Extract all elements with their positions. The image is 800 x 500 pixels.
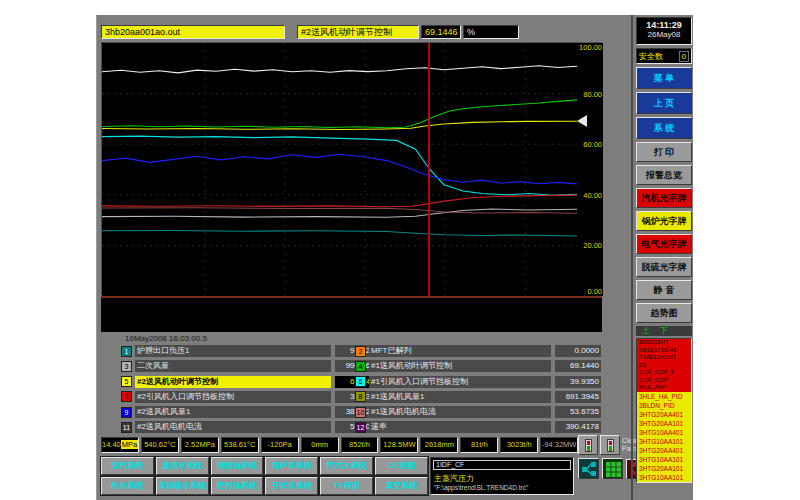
pen-name[interactable]: MFT已解列 xyxy=(369,345,551,357)
alarm-item-yellow[interactable]: 3HTG10AA101 xyxy=(637,473,691,482)
clock-date: 26May08 xyxy=(637,30,691,39)
nav-button[interactable]: 给水系统 xyxy=(101,477,154,495)
alarm-item-red[interactable]: T18E12ACHT xyxy=(637,354,691,362)
grid-table-icon[interactable] xyxy=(602,458,623,479)
paint-indicator-button-1[interactable] xyxy=(578,435,598,455)
safety-count: 0 xyxy=(679,51,689,62)
legend-row[interactable]: 6#1引风机入口调节挡板控制39.9350 xyxy=(355,376,601,388)
pen-color-box: 3 xyxy=(121,361,132,372)
sidebar-button[interactable]: 趋势图 xyxy=(636,303,692,323)
tag-id-field[interactable]: 1IDF_CF xyxy=(433,460,571,470)
sidebar-button[interactable]: 上 页 xyxy=(636,92,692,114)
trend-file-field[interactable]: 3hb20aa001ao.out xyxy=(101,25,285,39)
alarm-item-yellow[interactable]: 3HLE_HA_PID xyxy=(637,392,691,401)
nav-button[interactable]: 润滑油系统 xyxy=(211,457,264,475)
status-value: 2.52MPa xyxy=(181,437,219,453)
trend-chart[interactable]: 100.0080.0060.0040.0020.000.00 xyxy=(101,42,602,295)
sidebar: 14:11:29 26May08 安全数 0 菜 单上 页系 统打 印报警总览汽… xyxy=(631,15,694,500)
alarm-item-yellow[interactable]: 3BLDN_PID xyxy=(637,401,691,410)
nav-button[interactable]: 闭式水系统 xyxy=(320,457,373,475)
status-value: 852t/h xyxy=(341,437,379,453)
status-value: 2618mm xyxy=(420,437,458,453)
nav-button[interactable]: CC画面 xyxy=(375,457,428,475)
legend-row[interactable]: 1炉膛出口负压197.4292 xyxy=(121,345,381,357)
sidebar-button[interactable]: 锅炉光字牌 xyxy=(636,211,692,231)
pager-button[interactable]: 上 xyxy=(642,326,650,336)
legend-row[interactable]: 3二次风量990.0674 xyxy=(121,360,381,372)
sidebar-button[interactable]: 静 音 xyxy=(636,280,692,300)
pen-name[interactable]: #2送风机电机电流 xyxy=(135,421,331,433)
sidebar-button[interactable]: 汽机光字牌 xyxy=(636,188,692,208)
alarm-item-red[interactable]: D2 xyxy=(637,362,691,370)
legend-row[interactable]: 8#1送风机风量1691.3945 xyxy=(355,391,601,403)
alarm-item-red[interactable]: 1IDF_GZP_F xyxy=(637,369,691,377)
y-axis-label: 0.00 xyxy=(587,287,602,296)
legend-row[interactable]: 2MFT已解列0.0000 xyxy=(355,345,601,357)
network-icon[interactable] xyxy=(578,458,599,479)
status-unit: MPa xyxy=(121,440,138,449)
pen-name[interactable]: #2送风机风量1 xyxy=(135,406,331,418)
alarm-item-yellow[interactable]: 3HTG20AA401 xyxy=(637,446,691,455)
safety-label: 安全数 xyxy=(639,51,679,62)
pen-name[interactable]: #1送风机电机电流 xyxy=(369,406,551,418)
legend-row[interactable]: 10#1送风机电机电流53.6735 xyxy=(355,406,601,418)
y-axis-label: 20.00 xyxy=(583,241,602,250)
pen-name[interactable]: #1送风机动叶调节控制 xyxy=(369,360,551,372)
sidebar-button[interactable]: 电气光字牌 xyxy=(636,234,692,254)
sidebar-button[interactable]: 脱硫光字牌 xyxy=(636,257,692,277)
pen-name[interactable]: 二次风量 xyxy=(135,360,331,372)
pen-name[interactable]: 速率 xyxy=(369,421,551,433)
sidebar-button[interactable]: 报警总览 xyxy=(636,165,692,185)
alarm-item-yellow[interactable]: 3HTG20AA401 xyxy=(637,410,691,419)
legend-row[interactable]: 9#2送风机风量1382.3297 xyxy=(121,406,381,418)
nav-button[interactable]: 循环水系统 xyxy=(265,457,318,475)
status-value: 81t/h xyxy=(460,437,498,453)
traffic-indicator-icon xyxy=(607,439,614,452)
alarm-item-yellow[interactable]: 3HTG10AA101 xyxy=(637,437,691,446)
legend-row[interactable]: 4#1送风机动叶调节控制69.1440 xyxy=(355,360,601,372)
pen-name[interactable]: #1送风机风量1 xyxy=(369,391,551,403)
legend-row[interactable]: 12速率390.4178 xyxy=(355,421,601,433)
legend-row[interactable]: 7#2引风机入口调节挡板控制39.9358 xyxy=(121,391,381,403)
current-value-arrow-icon xyxy=(577,115,587,127)
trend-plot-area[interactable] xyxy=(102,43,577,296)
pen-name[interactable]: #2送风机动叶调节控制 xyxy=(135,376,331,388)
sidebar-button[interactable]: 打 印 xyxy=(636,142,692,162)
nav-button[interactable]: 凝结水系统 xyxy=(156,457,209,475)
paint-indicator-button-2[interactable] xyxy=(600,435,620,455)
legend-row[interactable]: 5#2送风机动叶调节控制69.1446 xyxy=(121,376,381,388)
alarm-item-red[interactable]: 1IDF_GZP xyxy=(637,377,691,385)
nav-button[interactable]: 抽汽系统 xyxy=(101,457,154,475)
clock: 14:11:29 26May08 xyxy=(636,17,692,45)
sidebar-button[interactable]: 系 统 xyxy=(636,117,692,139)
time-cursor-line[interactable] xyxy=(428,43,430,296)
alarm-item-red[interactable]: MLE_PAF xyxy=(637,384,691,392)
pen-value: 69.1440 xyxy=(555,360,601,372)
nav-button[interactable]: 开式水系统 xyxy=(265,477,318,495)
nav-button[interactable]: TV画面 xyxy=(320,477,373,495)
alarm-item-yellow[interactable]: 3HTG10AA101 xyxy=(637,455,691,464)
legend-row[interactable]: 11#2送风机电机电流53.6005 xyxy=(121,421,381,433)
traffic-indicator-icon xyxy=(585,439,592,452)
selected-pen-name[interactable]: #2送风机动叶调节控制 xyxy=(297,25,419,39)
sidebar-button[interactable]: 菜 单 xyxy=(636,67,692,89)
alarm-item-yellow[interactable]: 3HTG20AA101 xyxy=(637,464,691,473)
trend-line xyxy=(102,154,577,184)
alarm-item-red[interactable]: B09D18HT xyxy=(637,339,691,347)
alarm-item-yellow[interactable]: 3HTG10AA401 xyxy=(637,428,691,437)
alarm-item-red[interactable]: N01E175S.#1 xyxy=(637,347,691,355)
nav-button[interactable]: 密封油系统 xyxy=(211,477,264,495)
pen-name[interactable]: #1引风机入口调节挡板控制 xyxy=(369,376,551,388)
pager-button[interactable]: 下 xyxy=(660,326,668,336)
nav-button[interactable]: 真空系统 xyxy=(375,477,428,495)
pen-name[interactable]: 炉膛出口负压1 xyxy=(135,345,331,357)
nav-button[interactable]: 高加疏水系统 xyxy=(156,477,209,495)
pen-name[interactable]: #2引风机入口调节挡板控制 xyxy=(135,391,331,403)
status-value: -120Pa xyxy=(261,437,299,453)
trend-header: 3hb20aa001ao.out #2送风机动叶调节控制 69.1446 % xyxy=(101,25,601,42)
status-value: 0mm xyxy=(301,437,339,453)
pen-value: 390.4178 xyxy=(555,421,601,433)
alarm-item-yellow[interactable]: 3HTG20AA101 xyxy=(637,419,691,428)
alarm-pager: 上下 xyxy=(636,326,692,336)
y-axis-label: 80.00 xyxy=(583,89,602,98)
